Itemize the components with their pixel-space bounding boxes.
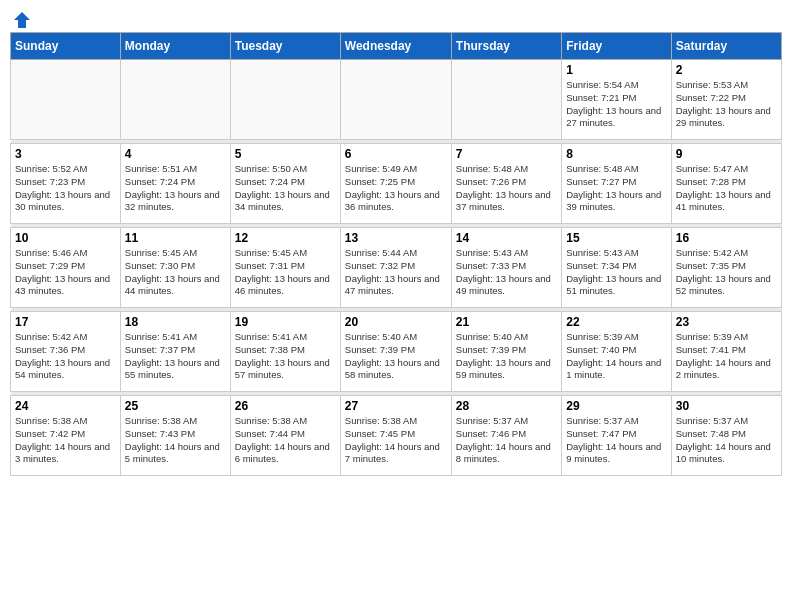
calendar-week-row: 10Sunrise: 5:46 AM Sunset: 7:29 PM Dayli… xyxy=(11,228,782,308)
calendar-cell xyxy=(11,60,121,140)
day-info: Sunrise: 5:41 AM Sunset: 7:37 PM Dayligh… xyxy=(125,331,226,382)
day-number: 24 xyxy=(15,399,116,413)
day-header-wednesday: Wednesday xyxy=(340,33,451,60)
calendar-cell: 7Sunrise: 5:48 AM Sunset: 7:26 PM Daylig… xyxy=(451,144,561,224)
day-number: 18 xyxy=(125,315,226,329)
day-info: Sunrise: 5:39 AM Sunset: 7:41 PM Dayligh… xyxy=(676,331,777,382)
day-number: 15 xyxy=(566,231,666,245)
day-number: 23 xyxy=(676,315,777,329)
day-header-tuesday: Tuesday xyxy=(230,33,340,60)
calendar-cell: 24Sunrise: 5:38 AM Sunset: 7:42 PM Dayli… xyxy=(11,396,121,476)
day-info: Sunrise: 5:45 AM Sunset: 7:30 PM Dayligh… xyxy=(125,247,226,298)
calendar-cell: 13Sunrise: 5:44 AM Sunset: 7:32 PM Dayli… xyxy=(340,228,451,308)
day-info: Sunrise: 5:38 AM Sunset: 7:42 PM Dayligh… xyxy=(15,415,116,466)
day-number: 27 xyxy=(345,399,447,413)
calendar-cell: 10Sunrise: 5:46 AM Sunset: 7:29 PM Dayli… xyxy=(11,228,121,308)
svg-marker-0 xyxy=(14,12,30,28)
calendar-cell: 19Sunrise: 5:41 AM Sunset: 7:38 PM Dayli… xyxy=(230,312,340,392)
calendar-cell: 1Sunrise: 5:54 AM Sunset: 7:21 PM Daylig… xyxy=(562,60,671,140)
calendar-cell: 23Sunrise: 5:39 AM Sunset: 7:41 PM Dayli… xyxy=(671,312,781,392)
day-info: Sunrise: 5:53 AM Sunset: 7:22 PM Dayligh… xyxy=(676,79,777,130)
day-number: 2 xyxy=(676,63,777,77)
calendar-cell: 28Sunrise: 5:37 AM Sunset: 7:46 PM Dayli… xyxy=(451,396,561,476)
page-header xyxy=(10,10,782,26)
calendar-cell: 9Sunrise: 5:47 AM Sunset: 7:28 PM Daylig… xyxy=(671,144,781,224)
calendar-cell: 17Sunrise: 5:42 AM Sunset: 7:36 PM Dayli… xyxy=(11,312,121,392)
calendar-cell: 16Sunrise: 5:42 AM Sunset: 7:35 PM Dayli… xyxy=(671,228,781,308)
logo-icon xyxy=(12,10,32,30)
day-number: 21 xyxy=(456,315,557,329)
day-number: 25 xyxy=(125,399,226,413)
calendar-cell: 18Sunrise: 5:41 AM Sunset: 7:37 PM Dayli… xyxy=(120,312,230,392)
calendar-cell: 30Sunrise: 5:37 AM Sunset: 7:48 PM Dayli… xyxy=(671,396,781,476)
day-info: Sunrise: 5:41 AM Sunset: 7:38 PM Dayligh… xyxy=(235,331,336,382)
calendar-cell xyxy=(340,60,451,140)
day-info: Sunrise: 5:43 AM Sunset: 7:33 PM Dayligh… xyxy=(456,247,557,298)
day-info: Sunrise: 5:45 AM Sunset: 7:31 PM Dayligh… xyxy=(235,247,336,298)
day-info: Sunrise: 5:47 AM Sunset: 7:28 PM Dayligh… xyxy=(676,163,777,214)
day-number: 16 xyxy=(676,231,777,245)
day-info: Sunrise: 5:38 AM Sunset: 7:43 PM Dayligh… xyxy=(125,415,226,466)
day-number: 13 xyxy=(345,231,447,245)
day-number: 6 xyxy=(345,147,447,161)
day-number: 9 xyxy=(676,147,777,161)
day-number: 17 xyxy=(15,315,116,329)
day-info: Sunrise: 5:52 AM Sunset: 7:23 PM Dayligh… xyxy=(15,163,116,214)
calendar-week-row: 1Sunrise: 5:54 AM Sunset: 7:21 PM Daylig… xyxy=(11,60,782,140)
day-header-thursday: Thursday xyxy=(451,33,561,60)
day-number: 7 xyxy=(456,147,557,161)
calendar-cell: 27Sunrise: 5:38 AM Sunset: 7:45 PM Dayli… xyxy=(340,396,451,476)
calendar-week-row: 3Sunrise: 5:52 AM Sunset: 7:23 PM Daylig… xyxy=(11,144,782,224)
calendar-cell: 5Sunrise: 5:50 AM Sunset: 7:24 PM Daylig… xyxy=(230,144,340,224)
calendar-cell: 26Sunrise: 5:38 AM Sunset: 7:44 PM Dayli… xyxy=(230,396,340,476)
day-header-monday: Monday xyxy=(120,33,230,60)
calendar-cell: 3Sunrise: 5:52 AM Sunset: 7:23 PM Daylig… xyxy=(11,144,121,224)
calendar-header-row: SundayMondayTuesdayWednesdayThursdayFrid… xyxy=(11,33,782,60)
day-number: 3 xyxy=(15,147,116,161)
day-info: Sunrise: 5:37 AM Sunset: 7:47 PM Dayligh… xyxy=(566,415,666,466)
day-number: 14 xyxy=(456,231,557,245)
calendar-cell xyxy=(120,60,230,140)
day-info: Sunrise: 5:51 AM Sunset: 7:24 PM Dayligh… xyxy=(125,163,226,214)
day-info: Sunrise: 5:37 AM Sunset: 7:46 PM Dayligh… xyxy=(456,415,557,466)
calendar-cell: 11Sunrise: 5:45 AM Sunset: 7:30 PM Dayli… xyxy=(120,228,230,308)
calendar-cell xyxy=(451,60,561,140)
day-number: 22 xyxy=(566,315,666,329)
day-info: Sunrise: 5:46 AM Sunset: 7:29 PM Dayligh… xyxy=(15,247,116,298)
day-info: Sunrise: 5:39 AM Sunset: 7:40 PM Dayligh… xyxy=(566,331,666,382)
day-header-saturday: Saturday xyxy=(671,33,781,60)
day-info: Sunrise: 5:43 AM Sunset: 7:34 PM Dayligh… xyxy=(566,247,666,298)
day-info: Sunrise: 5:40 AM Sunset: 7:39 PM Dayligh… xyxy=(456,331,557,382)
day-header-sunday: Sunday xyxy=(11,33,121,60)
day-number: 20 xyxy=(345,315,447,329)
day-info: Sunrise: 5:42 AM Sunset: 7:36 PM Dayligh… xyxy=(15,331,116,382)
calendar-cell: 25Sunrise: 5:38 AM Sunset: 7:43 PM Dayli… xyxy=(120,396,230,476)
calendar-cell: 15Sunrise: 5:43 AM Sunset: 7:34 PM Dayli… xyxy=(562,228,671,308)
day-info: Sunrise: 5:38 AM Sunset: 7:44 PM Dayligh… xyxy=(235,415,336,466)
day-info: Sunrise: 5:48 AM Sunset: 7:27 PM Dayligh… xyxy=(566,163,666,214)
calendar-cell: 29Sunrise: 5:37 AM Sunset: 7:47 PM Dayli… xyxy=(562,396,671,476)
day-number: 1 xyxy=(566,63,666,77)
day-number: 29 xyxy=(566,399,666,413)
logo xyxy=(10,10,32,26)
calendar-cell: 6Sunrise: 5:49 AM Sunset: 7:25 PM Daylig… xyxy=(340,144,451,224)
day-info: Sunrise: 5:44 AM Sunset: 7:32 PM Dayligh… xyxy=(345,247,447,298)
calendar-table: SundayMondayTuesdayWednesdayThursdayFrid… xyxy=(10,32,782,476)
day-info: Sunrise: 5:49 AM Sunset: 7:25 PM Dayligh… xyxy=(345,163,447,214)
calendar-cell: 21Sunrise: 5:40 AM Sunset: 7:39 PM Dayli… xyxy=(451,312,561,392)
day-number: 4 xyxy=(125,147,226,161)
day-number: 30 xyxy=(676,399,777,413)
day-info: Sunrise: 5:37 AM Sunset: 7:48 PM Dayligh… xyxy=(676,415,777,466)
calendar-week-row: 17Sunrise: 5:42 AM Sunset: 7:36 PM Dayli… xyxy=(11,312,782,392)
calendar-cell: 22Sunrise: 5:39 AM Sunset: 7:40 PM Dayli… xyxy=(562,312,671,392)
day-info: Sunrise: 5:38 AM Sunset: 7:45 PM Dayligh… xyxy=(345,415,447,466)
day-number: 8 xyxy=(566,147,666,161)
day-number: 12 xyxy=(235,231,336,245)
calendar-cell: 4Sunrise: 5:51 AM Sunset: 7:24 PM Daylig… xyxy=(120,144,230,224)
day-number: 5 xyxy=(235,147,336,161)
calendar-week-row: 24Sunrise: 5:38 AM Sunset: 7:42 PM Dayli… xyxy=(11,396,782,476)
day-number: 10 xyxy=(15,231,116,245)
calendar-cell: 12Sunrise: 5:45 AM Sunset: 7:31 PM Dayli… xyxy=(230,228,340,308)
day-header-friday: Friday xyxy=(562,33,671,60)
calendar-cell: 20Sunrise: 5:40 AM Sunset: 7:39 PM Dayli… xyxy=(340,312,451,392)
